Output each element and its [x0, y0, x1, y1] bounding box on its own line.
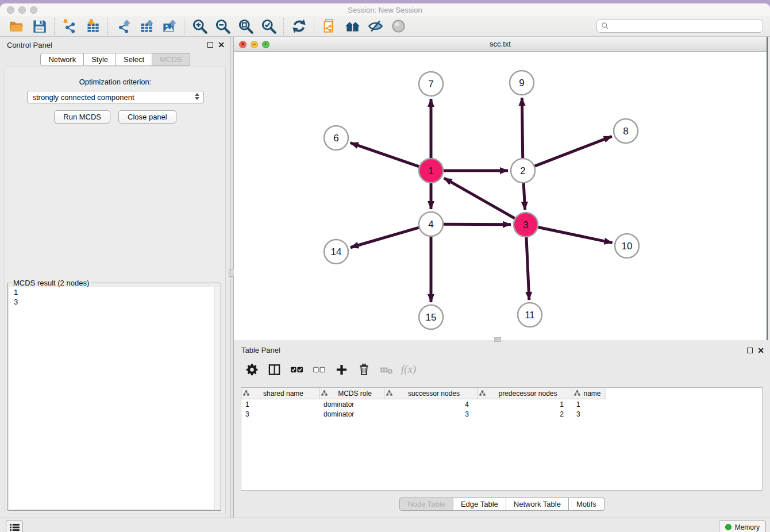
zoom-out-button[interactable]	[211, 17, 234, 36]
node-label-6: 6	[333, 133, 338, 144]
mcds-result-list[interactable]: 13	[9, 287, 220, 509]
zoom-selected-icon	[261, 18, 276, 34]
column-header-successor-nodes[interactable]: successor nodes	[384, 388, 478, 399]
control-panel-tabs: NetworkStyleSelectMCDS	[0, 53, 230, 66]
tab-style[interactable]: Style	[84, 53, 116, 66]
edge-2-9[interactable]	[522, 98, 522, 158]
graph-node-1[interactable]: 1	[419, 159, 443, 183]
view-resize-grip[interactable]	[494, 337, 501, 342]
cell-predecessor-nodes[interactable]: 1	[478, 400, 572, 408]
settings-gear-icon	[245, 363, 259, 376]
table-tab-edge-table[interactable]: Edge Table	[453, 498, 506, 511]
graph-node-14[interactable]: 14	[324, 240, 348, 264]
column-header-shared-name[interactable]: shared name	[241, 388, 319, 399]
edge-3-11[interactable]	[526, 237, 529, 300]
close-panel-button[interactable]: Close panel	[118, 110, 176, 124]
split-columns-icon	[268, 363, 281, 376]
close-panel-icon[interactable]: ✕	[218, 41, 225, 49]
graph-node-6[interactable]: 6	[324, 126, 348, 150]
zoom-window-button[interactable]	[30, 6, 37, 14]
minimize-view-button[interactable]: −	[251, 41, 258, 48]
close-view-button[interactable]: ✕	[239, 41, 247, 48]
network-graph[interactable]: 1234678910111415	[234, 52, 767, 340]
column-header-predecessor-nodes[interactable]: predecessor nodes	[478, 388, 572, 399]
cell-MCDS-role[interactable]: dominator	[319, 400, 384, 408]
zoom-selected-button[interactable]	[257, 17, 280, 36]
export-table-button[interactable]	[134, 17, 157, 36]
criterion-dropdown[interactable]: strongly connected component	[27, 91, 204, 103]
column-sort-icon	[386, 390, 392, 396]
export-network-button[interactable]	[111, 17, 134, 36]
table-row[interactable]: 3dominator323	[241, 409, 762, 419]
table-tab-network-table[interactable]: Network Table	[506, 498, 569, 511]
cell-name[interactable]: 3	[572, 410, 606, 418]
result-scrollbar[interactable]	[214, 287, 220, 509]
cell-shared-name[interactable]: 1	[241, 400, 319, 408]
run-mcds-button[interactable]: Run MCDS	[54, 110, 110, 124]
tab-select[interactable]: Select	[116, 53, 152, 66]
home-view-button[interactable]	[341, 17, 364, 36]
control-panel-title: Control Panel	[7, 41, 52, 49]
table-tab-node-table[interactable]: Node Table	[399, 498, 453, 511]
edge-2-3[interactable]	[523, 183, 525, 210]
edge-3-1[interactable]	[444, 178, 515, 218]
table-row[interactable]: 1dominator411	[241, 399, 762, 409]
edge-2-8[interactable]	[535, 136, 612, 166]
minimize-window-button[interactable]	[18, 6, 26, 14]
graph-node-7[interactable]: 7	[419, 72, 443, 96]
maximize-view-button[interactable]: +	[262, 41, 270, 48]
close-window-button[interactable]	[7, 6, 14, 14]
delete-column-button[interactable]	[354, 361, 374, 378]
open-file-button[interactable]	[5, 17, 28, 36]
save-session-button[interactable]	[28, 17, 51, 36]
table-tab-motifs[interactable]: Motifs	[569, 498, 605, 511]
status-bar: Memory	[0, 518, 770, 532]
column-header-name[interactable]: name	[572, 388, 606, 399]
share-document-button[interactable]	[318, 17, 341, 36]
refresh-network-button[interactable]	[287, 17, 310, 36]
desktop: Session: New Session	[0, 0, 770, 532]
hide-graphics-details-button[interactable]	[364, 17, 387, 36]
import-table-button[interactable]	[81, 17, 104, 36]
graph-node-8[interactable]: 8	[614, 119, 638, 143]
zoom-fit-button[interactable]	[234, 17, 257, 36]
import-network-button[interactable]	[58, 17, 81, 36]
cell-name[interactable]: 1	[572, 400, 606, 408]
select-all-checks-button[interactable]	[287, 361, 306, 378]
clear-checks-button[interactable]	[309, 361, 329, 378]
tab-network[interactable]: Network	[40, 53, 84, 66]
close-table-panel-icon[interactable]: ✕	[757, 346, 764, 354]
memory-button[interactable]: Memory	[719, 521, 766, 532]
cell-shared-name[interactable]: 3	[241, 410, 319, 418]
column-header-MCDS-role[interactable]: MCDS role	[319, 388, 384, 399]
add-column-button[interactable]	[332, 361, 351, 378]
cell-successor-nodes[interactable]: 3	[384, 410, 478, 418]
search-input[interactable]	[596, 19, 763, 33]
graph-node-15[interactable]: 15	[419, 305, 443, 329]
edge-4-3[interactable]	[444, 224, 511, 225]
network-canvas[interactable]: 1234678910111415	[234, 52, 765, 340]
float-table-panel-icon[interactable]	[747, 348, 753, 353]
cell-predecessor-nodes[interactable]: 2	[478, 410, 572, 418]
cell-successor-nodes[interactable]: 4	[384, 400, 478, 408]
graph-node-11[interactable]: 11	[518, 303, 542, 327]
toolbar-separator	[107, 18, 108, 35]
graph-node-9[interactable]: 9	[510, 71, 534, 95]
zoom-in-button[interactable]	[188, 17, 211, 36]
split-columns-button[interactable]	[264, 361, 284, 378]
edge-1-6[interactable]	[351, 142, 419, 166]
graph-node-2[interactable]: 2	[511, 159, 535, 183]
graph-node-3[interactable]: 3	[514, 213, 538, 237]
edge-3-10[interactable]	[538, 228, 613, 243]
tab-mcds[interactable]: MCDS	[152, 53, 190, 66]
export-image-button[interactable]	[157, 17, 180, 36]
settings-gear-button[interactable]	[242, 361, 261, 378]
graph-node-4[interactable]: 4	[419, 212, 443, 236]
graph-node-10[interactable]: 10	[615, 234, 639, 258]
cell-MCDS-role[interactable]: dominator	[319, 410, 384, 418]
float-panel-icon[interactable]	[207, 42, 213, 48]
edge-4-14[interactable]	[351, 228, 419, 248]
task-history-button[interactable]	[6, 521, 23, 532]
network-view-title: scc.txt	[234, 40, 767, 48]
table-toolbar: f(x)	[234, 357, 770, 381]
